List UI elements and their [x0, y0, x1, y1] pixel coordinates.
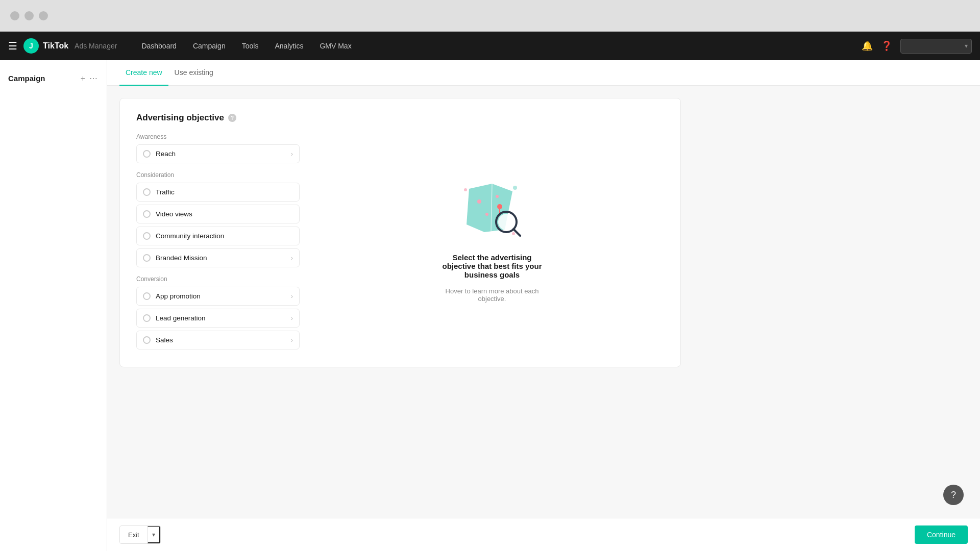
hamburger-menu-button[interactable]: ☰	[8, 40, 17, 52]
content-area: Advertising objective ? Awareness Reach	[107, 86, 980, 518]
sidebar: Campaign + ⋯	[0, 60, 107, 551]
illustration-subtitle: Hover to learn more about each objective…	[436, 287, 548, 303]
objective-item-video-views[interactable]: Video views	[136, 205, 300, 223]
objective-item-branded-mission[interactable]: Branded Mission ›	[136, 248, 300, 267]
radio-video-views[interactable]	[143, 210, 151, 218]
continue-button[interactable]: Continue	[915, 525, 968, 544]
notifications-icon[interactable]: 🔔	[862, 40, 873, 52]
nav-analytics[interactable]: Analytics	[266, 32, 311, 60]
chevron-reach-icon: ›	[291, 150, 293, 158]
main-content: Create new Use existing Advertising obje…	[107, 60, 980, 551]
category-awareness-label: Awareness	[136, 133, 300, 140]
top-navigation: ☰ J TikTokAds Manager Dashboard Campaign…	[0, 32, 980, 60]
objective-item-traffic[interactable]: Traffic	[136, 183, 300, 202]
radio-reach[interactable]	[143, 150, 151, 158]
objective-reach-label: Reach	[156, 150, 176, 158]
svg-point-11	[513, 186, 517, 190]
objective-title-text: Advertising objective	[136, 113, 224, 123]
radio-community-interaction[interactable]	[143, 232, 151, 240]
floating-help-button[interactable]: ?	[943, 485, 964, 505]
objective-section-title: Advertising objective ?	[136, 113, 300, 123]
footer-bar: Exit ▾ Continue	[107, 518, 980, 551]
objective-layout: Advertising objective ? Awareness Reach	[136, 113, 664, 353]
exit-button-group[interactable]: Exit ▾	[119, 525, 161, 544]
logo-icon: J	[23, 38, 39, 54]
brand-subtitle: Ads Manager	[75, 42, 117, 50]
exit-button[interactable]: Exit	[120, 527, 148, 543]
chevron-app-promotion-icon: ›	[291, 292, 293, 300]
svg-point-3	[496, 195, 499, 198]
sidebar-title: Campaign	[8, 74, 45, 83]
objective-item-app-promotion[interactable]: App promotion ›	[136, 287, 300, 306]
svg-point-8	[498, 214, 514, 230]
svg-point-4	[485, 213, 488, 216]
objective-right-panel: Select the advertising objective that be…	[320, 113, 664, 353]
brand-name: TikTok	[43, 41, 68, 51]
account-selector[interactable]	[900, 39, 972, 54]
objective-app-promotion-label: App promotion	[156, 292, 201, 300]
objective-community-interaction-label: Community interaction	[156, 232, 224, 240]
svg-point-12	[512, 232, 515, 235]
svg-point-2	[477, 199, 481, 204]
objective-traffic-label: Traffic	[156, 188, 175, 196]
window-close-btn[interactable]	[10, 11, 19, 20]
app-container: ☰ J TikTokAds Manager Dashboard Campaign…	[0, 32, 980, 551]
help-icon[interactable]: ❓	[881, 40, 892, 52]
objective-branded-mission-label: Branded Mission	[156, 254, 207, 262]
tab-use-existing[interactable]: Use existing	[168, 60, 219, 86]
illustration-area: Select the advertising objective that be…	[436, 173, 548, 303]
window-maximize-btn[interactable]	[39, 11, 48, 20]
objective-item-community-interaction[interactable]: Community interaction	[136, 227, 300, 245]
sidebar-more-button[interactable]: ⋯	[88, 72, 99, 84]
radio-app-promotion[interactable]	[143, 292, 151, 300]
objective-item-lead-generation[interactable]: Lead generation ›	[136, 309, 300, 328]
nav-gmv-max[interactable]: GMV Max	[311, 32, 359, 60]
nav-campaign[interactable]: Campaign	[185, 32, 234, 60]
radio-lead-generation[interactable]	[143, 314, 151, 322]
objective-lead-generation-label: Lead generation	[156, 314, 206, 322]
objective-info-icon[interactable]: ?	[228, 114, 236, 122]
nav-dashboard[interactable]: Dashboard	[133, 32, 185, 60]
illustration-title: Select the advertising objective that be…	[436, 253, 548, 279]
objective-sales-label: Sales	[156, 336, 173, 344]
category-consideration-label: Consideration	[136, 171, 300, 179]
objective-card: Advertising objective ? Awareness Reach	[119, 98, 681, 367]
chevron-sales-icon: ›	[291, 336, 293, 344]
radio-branded-mission[interactable]	[143, 254, 151, 262]
exit-chevron-button[interactable]: ▾	[148, 526, 160, 543]
sidebar-header: Campaign + ⋯	[0, 68, 107, 88]
topnav-right-section: 🔔 ❓	[862, 39, 972, 54]
svg-point-5	[497, 204, 502, 209]
objective-video-views-label: Video views	[156, 210, 192, 218]
radio-sales[interactable]	[143, 336, 151, 344]
sidebar-actions: + ⋯	[80, 72, 99, 84]
chevron-branded-mission-icon: ›	[291, 254, 293, 262]
body-layout: Campaign + ⋯ Create new Use existing	[0, 60, 980, 551]
brand-logo: J TikTokAds Manager	[23, 38, 117, 54]
objective-illustration	[456, 173, 528, 245]
category-conversion-label: Conversion	[136, 276, 300, 283]
nav-tools[interactable]: Tools	[234, 32, 267, 60]
svg-point-10	[464, 188, 467, 191]
objective-item-sales[interactable]: Sales ›	[136, 331, 300, 349]
account-selector-wrapper	[900, 39, 972, 54]
tabs-bar: Create new Use existing	[107, 60, 980, 86]
window-minimize-btn[interactable]	[24, 11, 34, 20]
radio-traffic[interactable]	[143, 188, 151, 196]
chevron-lead-generation-icon: ›	[291, 314, 293, 322]
sidebar-add-button[interactable]: +	[80, 72, 86, 84]
tab-create-new[interactable]: Create new	[119, 60, 168, 86]
nav-links: Dashboard Campaign Tools Analytics GMV M…	[133, 32, 862, 60]
objective-left-panel: Advertising objective ? Awareness Reach	[136, 113, 300, 353]
window-chrome	[0, 0, 980, 32]
objective-item-reach[interactable]: Reach ›	[136, 144, 300, 163]
